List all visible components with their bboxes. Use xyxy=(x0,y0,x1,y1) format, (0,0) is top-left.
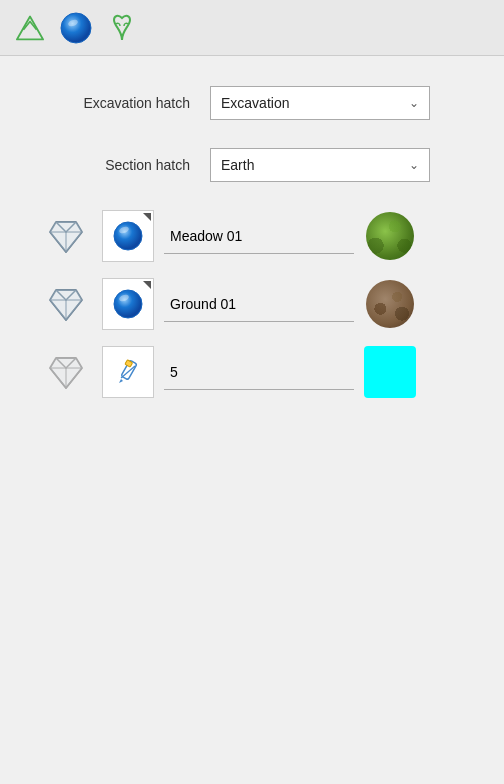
svg-marker-12 xyxy=(50,290,82,320)
meadow-texture-circle xyxy=(366,212,414,260)
toolbar xyxy=(0,0,504,56)
material-row xyxy=(40,210,464,262)
section-hatch-select[interactable]: Earth ⌄ xyxy=(210,148,430,182)
svg-point-13 xyxy=(114,290,142,318)
gem-icon[interactable] xyxy=(40,210,92,262)
section-hatch-row: Section hatch Earth ⌄ xyxy=(40,148,464,182)
gem-icon[interactable] xyxy=(40,346,92,398)
svg-point-7 xyxy=(114,222,142,250)
cyan-color-preview[interactable] xyxy=(364,346,416,398)
svg-marker-0 xyxy=(17,16,43,39)
corner-mark-icon xyxy=(143,213,151,221)
pencil-icon[interactable] xyxy=(102,346,154,398)
corner-mark-icon xyxy=(143,281,151,289)
material-name-input-2[interactable] xyxy=(164,286,354,322)
material-section xyxy=(40,210,464,398)
material-row xyxy=(40,278,464,330)
excavation-hatch-row: Excavation hatch Excavation ⌄ xyxy=(40,86,464,120)
excavation-hatch-select[interactable]: Excavation ⌄ xyxy=(210,86,430,120)
excavation-hatch-label: Excavation hatch xyxy=(40,95,210,111)
ground-texture-circle xyxy=(366,280,414,328)
sphere-selector-2[interactable] xyxy=(102,278,154,330)
blue-sphere-toolbar-icon[interactable] xyxy=(58,10,94,46)
main-panel: Excavation hatch Excavation ⌄ Section ha… xyxy=(0,56,504,444)
gem-icon[interactable] xyxy=(40,278,92,330)
svg-marker-6 xyxy=(50,222,82,252)
excavation-hatch-value: Excavation xyxy=(221,95,289,111)
mountain-icon[interactable] xyxy=(12,10,48,46)
ground-texture-preview[interactable] xyxy=(364,278,416,330)
meadow-texture-preview[interactable] xyxy=(364,210,416,262)
svg-point-1 xyxy=(61,13,91,43)
material-name-input-3[interactable] xyxy=(164,354,354,390)
section-hatch-label: Section hatch xyxy=(40,157,210,173)
material-name-input-1[interactable] xyxy=(164,218,354,254)
chevron-down-icon: ⌄ xyxy=(409,158,419,172)
svg-marker-18 xyxy=(50,358,82,388)
plant-icon[interactable] xyxy=(104,10,140,46)
material-row xyxy=(40,346,464,398)
sphere-selector-1[interactable] xyxy=(102,210,154,262)
chevron-down-icon: ⌄ xyxy=(409,96,419,110)
section-hatch-value: Earth xyxy=(221,157,254,173)
